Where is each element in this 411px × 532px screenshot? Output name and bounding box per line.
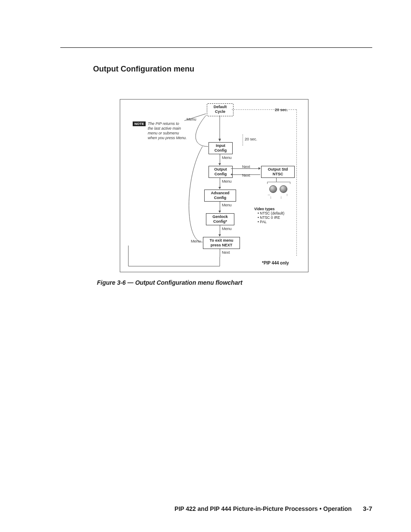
flowchart-diagram: Default Cycle 20 sec. Menu NOTE The PIP …: [120, 90, 309, 271]
header-rule: [60, 47, 372, 48]
node-default-cycle: Default Cycle: [207, 103, 234, 116]
arrow-input-to-output: [220, 154, 220, 165]
edge-label-menu-1: Menu: [222, 156, 232, 160]
edge-label-menu-5: Menu: [191, 239, 201, 243]
node-output-config: Output Config: [209, 166, 233, 178]
timeout-label-mid: 20 sec.: [245, 137, 257, 141]
arrow-genlock-to-exit: [220, 225, 220, 236]
knob-arrow-vert: ↕: [286, 193, 288, 197]
adjust-knobs: ↓ ↓ ↔ ↕: [269, 185, 288, 195]
edge-label-next-1: Next: [242, 165, 250, 169]
arrow-output-to-advanced: [220, 178, 220, 189]
video-type-item: PAL: [258, 220, 284, 224]
knob-arrow-horiz: ↔: [267, 193, 271, 197]
edge-label-menu-0: Menu: [187, 117, 196, 121]
node-input-config: Input Config: [209, 142, 233, 154]
knob-right: [280, 185, 287, 193]
edge-label-next-2: Next: [242, 173, 250, 177]
video-types-list: NTSC (default) NTSC 0 IRE PAL: [254, 211, 284, 224]
video-type-item: NTSC (default): [258, 211, 284, 215]
timeout-line-right: [296, 109, 297, 256]
note-text: The PIP returns to the last active main …: [148, 121, 199, 140]
arrow-advanced-to-genlock: [220, 202, 220, 212]
timeout-line-mid: [243, 134, 243, 146]
footnote-pip444: *PIP 444 only: [262, 261, 289, 265]
timeout-label-top: 20 sec.: [275, 108, 288, 112]
note-badge: NOTE: [133, 121, 146, 126]
knob-left: [269, 185, 277, 193]
line-exit-down: [220, 249, 220, 257]
edge-label-menu-2: Menu: [222, 179, 232, 184]
footer-text: PIP 422 and PIP 444 Picture-in-Picture P…: [174, 505, 352, 512]
video-types: Video types NTSC (default) NTSC 0 IRE PA…: [254, 207, 284, 224]
knob-bracket: [267, 182, 290, 184]
node-genlock-config: Genlock Config*: [206, 213, 234, 225]
node-output-std: Output Std NTSC: [261, 166, 295, 178]
section-title: Output Configuration menu: [93, 65, 194, 74]
edge-label-menu-4: Menu: [222, 227, 232, 231]
figure-caption: Figure 3-6 — Output Configuration menu f…: [97, 279, 243, 286]
video-type-item: NTSC 0 IRE: [258, 215, 284, 220]
knob-arrow-down-2: ↓: [280, 195, 282, 199]
page-number: 3-7: [363, 505, 372, 512]
edge-label-next-3: Next: [222, 250, 230, 255]
page-footer: PIP 422 and PIP 444 Picture-in-Picture P…: [174, 505, 372, 512]
edge-label-menu-3: Menu: [222, 203, 232, 207]
node-advanced-config: Advanced Config: [204, 190, 236, 202]
node-exit: To exit menu press NEXT: [203, 237, 240, 249]
page: Output Configuration menu Default Cycle …: [0, 0, 411, 532]
video-types-header: Video types: [254, 207, 284, 211]
